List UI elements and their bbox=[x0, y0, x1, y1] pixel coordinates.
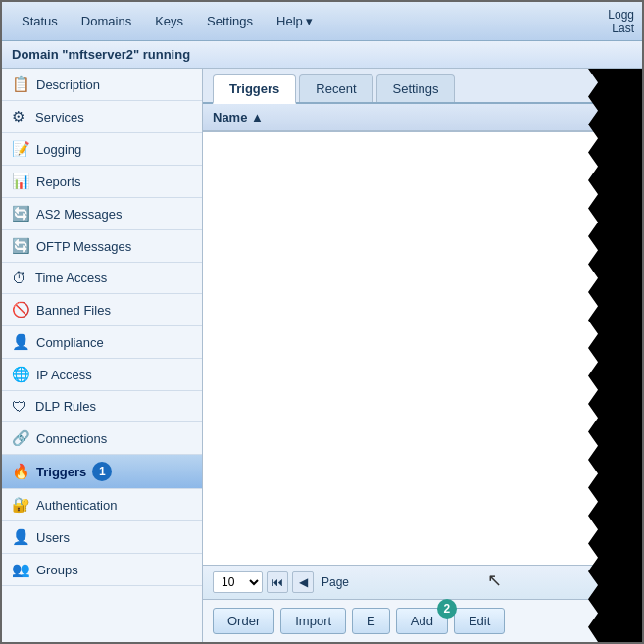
sidebar-item-oftp-messages[interactable]: 🔄OFTP Messages bbox=[2, 230, 202, 263]
authentication-icon: 🔐 bbox=[12, 496, 30, 514]
sidebar-item-label-triggers: Triggers bbox=[36, 465, 86, 479]
first-page-button[interactable]: ⏮ bbox=[267, 571, 288, 593]
sidebar-item-description[interactable]: 📋Description bbox=[2, 69, 202, 101]
sidebar-item-connections[interactable]: 🔗Connections bbox=[2, 422, 202, 455]
sidebar-item-label-connections: Connections bbox=[36, 431, 107, 446]
content-area: TriggersRecentSettings Name ▲ 10 25 50 1… bbox=[203, 69, 642, 642]
import-button[interactable]: Import bbox=[280, 608, 346, 634]
domain-banner: Domain "mftserver2" running bbox=[2, 41, 642, 69]
sidebar-item-label-compliance: Compliance bbox=[36, 335, 104, 350]
tab-triggers-tab[interactable]: Triggers bbox=[213, 74, 296, 104]
add-button[interactable]: Add 2 bbox=[396, 608, 448, 634]
sidebar-item-label-ip-access: IP Access bbox=[36, 368, 92, 382]
time-access-icon: ⏱ bbox=[12, 270, 29, 286]
sidebar-item-label-dlp-rules: DLP Rules bbox=[35, 399, 96, 414]
as2-messages-icon: 🔄 bbox=[12, 205, 30, 223]
nav-keys[interactable]: Keys bbox=[143, 8, 195, 34]
prev-page-button[interactable]: ◀ bbox=[292, 571, 314, 593]
logged-in-label: Logg bbox=[608, 8, 634, 22]
per-page-select[interactable]: 10 25 50 100 bbox=[213, 571, 263, 593]
dlp-rules-icon: 🛡 bbox=[12, 398, 29, 415]
action-bar: Order Import E Add 2 Edit bbox=[203, 599, 642, 642]
sidebar-item-label-logging: Logging bbox=[36, 142, 81, 157]
logging-icon: 📝 bbox=[12, 140, 30, 158]
nav-settings[interactable]: Settings bbox=[195, 8, 265, 34]
tab-settings-tab[interactable]: Settings bbox=[376, 74, 456, 102]
sidebar-item-banned-files[interactable]: 🚫Banned Files bbox=[2, 294, 202, 326]
description-icon: 📋 bbox=[12, 75, 30, 93]
compliance-icon: 👤 bbox=[12, 333, 30, 351]
groups-icon: 👥 bbox=[12, 561, 30, 578]
export-button[interactable]: E bbox=[352, 608, 390, 634]
sidebar-item-authentication[interactable]: 🔐Authentication bbox=[2, 489, 202, 521]
table-area: Name ▲ bbox=[203, 104, 642, 565]
sidebar-item-label-users: Users bbox=[36, 530, 70, 545]
sidebar-item-logging[interactable]: 📝Logging bbox=[2, 133, 202, 166]
sidebar-item-ip-access[interactable]: 🌐IP Access bbox=[2, 359, 202, 391]
reports-icon: 📊 bbox=[12, 173, 30, 190]
page-label: Page bbox=[318, 575, 353, 589]
sidebar-item-label-groups: Groups bbox=[36, 563, 78, 577]
sidebar-item-reports[interactable]: 📊Reports bbox=[2, 166, 202, 198]
connections-icon: 🔗 bbox=[12, 429, 30, 447]
top-nav: Status Domains Keys Settings Help ▾ Logg… bbox=[2, 2, 642, 41]
data-table: Name ▲ bbox=[203, 104, 642, 132]
sidebar-item-as2-messages[interactable]: 🔄AS2 Messages bbox=[2, 198, 202, 230]
nav-help[interactable]: Help ▾ bbox=[265, 8, 324, 34]
add-badge: 2 bbox=[437, 599, 457, 619]
order-button[interactable]: Order bbox=[213, 608, 274, 634]
sidebar-item-groups[interactable]: 👥Groups bbox=[2, 554, 202, 586]
sidebar: 📋Description⚙Services📝Logging📊Reports🔄AS… bbox=[2, 69, 203, 642]
sidebar-item-compliance[interactable]: 👤Compliance bbox=[2, 326, 202, 359]
last-label: Last bbox=[608, 22, 634, 35]
edit-button[interactable]: Edit bbox=[454, 608, 505, 634]
pagination-bar: 10 25 50 100 ⏮ ◀ Page bbox=[203, 565, 642, 599]
sidebar-item-time-access[interactable]: ⏱Time Access bbox=[2, 263, 202, 294]
nav-status[interactable]: Status bbox=[10, 8, 70, 34]
banned-files-icon: 🚫 bbox=[12, 301, 30, 319]
sidebar-item-label-description: Description bbox=[36, 77, 100, 92]
triggers-icon: 🔥 bbox=[12, 463, 30, 480]
nav-domains[interactable]: Domains bbox=[70, 8, 143, 34]
tabs-bar: TriggersRecentSettings bbox=[203, 69, 642, 104]
services-icon: ⚙ bbox=[12, 108, 29, 125]
logged-in-area: Logg Last bbox=[608, 8, 634, 35]
sidebar-item-label-services: Services bbox=[35, 110, 84, 124]
tab-recent-tab[interactable]: Recent bbox=[299, 74, 372, 102]
sidebar-item-users[interactable]: 👤Users bbox=[2, 521, 202, 554]
oftp-messages-icon: 🔄 bbox=[12, 237, 30, 255]
sidebar-item-triggers[interactable]: 🔥Triggers1 bbox=[2, 455, 202, 489]
sidebar-item-label-authentication: Authentication bbox=[36, 498, 117, 513]
triggers-badge: 1 bbox=[92, 462, 112, 481]
sidebar-item-label-reports: Reports bbox=[36, 174, 81, 189]
sidebar-item-dlp-rules[interactable]: 🛡DLP Rules bbox=[2, 391, 202, 422]
sidebar-item-label-time-access: Time Access bbox=[35, 271, 107, 285]
sidebar-item-label-as2-messages: AS2 Messages bbox=[36, 207, 122, 222]
sidebar-item-label-banned-files: Banned Files bbox=[36, 303, 111, 318]
sidebar-item-services[interactable]: ⚙Services bbox=[2, 101, 202, 133]
name-column-header[interactable]: Name ▲ bbox=[203, 104, 642, 131]
ip-access-icon: 🌐 bbox=[12, 366, 30, 383]
users-icon: 👤 bbox=[12, 528, 30, 546]
main-layout: 📋Description⚙Services📝Logging📊Reports🔄AS… bbox=[2, 69, 642, 642]
sidebar-item-label-oftp-messages: OFTP Messages bbox=[36, 239, 131, 254]
